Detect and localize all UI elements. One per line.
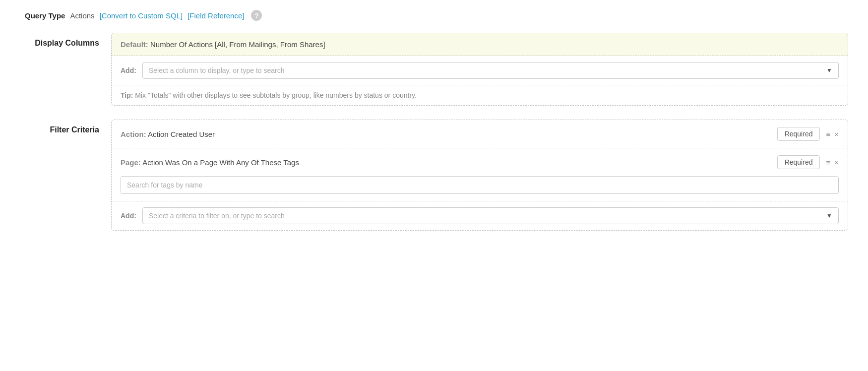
filter-menu-icon-2[interactable]: ≡ bbox=[826, 158, 830, 167]
field-reference-link[interactable]: [Field Reference] bbox=[187, 11, 244, 20]
filter-criteria-select[interactable]: Select a criteria to filter on, or type … bbox=[142, 207, 839, 224]
filter-actions-1: ≡ × bbox=[826, 130, 839, 138]
tip-text: Mix "Totals" with other displays to see … bbox=[135, 91, 417, 99]
filter-field-label-2: Page: bbox=[121, 158, 141, 167]
filter-body-2 bbox=[112, 176, 848, 201]
convert-sql-link[interactable]: [Convert to Custom SQL] bbox=[100, 11, 183, 20]
default-value: Number Of Actions [All, From Mailings, F… bbox=[150, 40, 325, 49]
display-columns-content: Default: Number Of Actions [All, From Ma… bbox=[111, 33, 848, 106]
query-type-label: Query Type bbox=[25, 11, 65, 20]
display-columns-section: Display Columns Default: Number Of Actio… bbox=[20, 33, 848, 106]
filter-add-placeholder: Select a criteria to filter on, or type … bbox=[149, 212, 285, 220]
add-label: Add: bbox=[121, 66, 136, 74]
display-columns-placeholder: Select a column to display, or type to s… bbox=[149, 66, 285, 74]
filter-add-label: Add: bbox=[121, 212, 136, 220]
filter-field-value-1: Action Created User bbox=[148, 130, 215, 138]
filter-item-2: Page: Action Was On a Page With Any Of T… bbox=[112, 148, 848, 201]
filter-criteria-add-row: Add: Select a criteria to filter on, or … bbox=[112, 201, 848, 230]
display-columns-select[interactable]: Select a column to display, or type to s… bbox=[142, 62, 839, 79]
filter-actions-2: ≡ × bbox=[826, 158, 839, 167]
query-type-row: Query Type Actions [Convert to Custom SQ… bbox=[20, 10, 848, 21]
display-columns-label: Display Columns bbox=[20, 33, 99, 48]
default-label: Default: bbox=[121, 40, 148, 49]
display-columns-default-row: Default: Number Of Actions [All, From Ma… bbox=[112, 33, 848, 56]
display-columns-add-row: Add: Select a column to display, or type… bbox=[112, 56, 848, 85]
required-badge-1[interactable]: Required bbox=[777, 127, 820, 141]
filter-menu-icon-1[interactable]: ≡ bbox=[826, 130, 830, 138]
tip-label: Tip: bbox=[121, 91, 133, 99]
query-type-value: Actions bbox=[70, 11, 94, 20]
tags-search-input[interactable] bbox=[121, 176, 839, 194]
filter-criteria-content: Action: Action Created User Required ≡ ×… bbox=[111, 120, 848, 231]
filter-item-1: Action: Action Created User Required ≡ × bbox=[112, 120, 848, 148]
chevron-down-icon: ▼ bbox=[826, 67, 832, 74]
filter-criteria-label: Filter Criteria bbox=[20, 120, 99, 134]
filter-header-2: Page: Action Was On a Page With Any Of T… bbox=[112, 148, 848, 176]
chevron-down-icon-filter: ▼ bbox=[826, 212, 832, 219]
filter-close-icon-2[interactable]: × bbox=[834, 158, 839, 167]
filter-close-icon-1[interactable]: × bbox=[834, 130, 839, 138]
help-icon[interactable]: ? bbox=[251, 10, 262, 21]
filter-criteria-section: Filter Criteria Action: Action Created U… bbox=[20, 120, 848, 231]
filter-header-1: Action: Action Created User Required ≡ × bbox=[112, 120, 848, 148]
filter-field-label-1: Action: bbox=[121, 130, 146, 138]
tip-row: Tip: Mix "Totals" with other displays to… bbox=[112, 85, 848, 105]
filter-header-text-2: Page: Action Was On a Page With Any Of T… bbox=[121, 158, 771, 167]
filter-field-value-2: Action Was On a Page With Any Of These T… bbox=[142, 158, 299, 167]
filter-header-text-1: Action: Action Created User bbox=[121, 130, 771, 138]
required-badge-2[interactable]: Required bbox=[777, 155, 820, 169]
